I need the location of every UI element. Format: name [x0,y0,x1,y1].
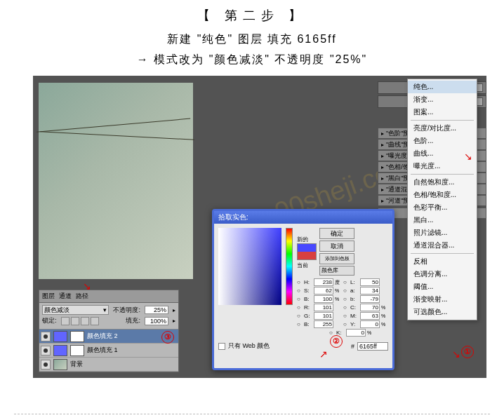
lock-position-icon[interactable] [81,317,89,325]
menu-item[interactable]: 色调分离... [408,268,477,280]
arrow-right-icon: ▸ [381,164,384,170]
panel-tab[interactable]: 图层 [42,292,55,301]
arrow-right-icon: ▸ [381,142,384,148]
menu-separator [411,174,474,175]
color-value-input[interactable]: 70 [360,304,380,311]
dialog-title: 拾取实色: [214,211,392,224]
color-value-input[interactable]: 62 [314,287,333,294]
color-value-input[interactable]: -79 [360,295,380,303]
web-only-checkbox[interactable] [218,343,225,350]
color-value-input[interactable]: 50 [360,278,380,286]
color-field[interactable] [218,228,281,305]
color-value-input[interactable]: 255 [314,320,333,328]
canvas-document[interactable] [39,83,193,279]
new-swatch-label: 新的 [297,236,317,243]
menu-item[interactable]: 可选颜色... [408,306,477,318]
layer-row[interactable]: 颜色填充 1 [39,344,178,358]
menu-item[interactable]: 阈值... [408,280,477,293]
menu-item[interactable]: 照片滤镜... [408,226,477,239]
panel-tab[interactable]: 通道 [59,292,72,301]
annotation-2: ② [330,335,343,348]
layer-mask-thumbnail[interactable] [70,331,84,342]
lock-transparency-icon[interactable] [61,317,69,325]
visibility-eye-icon[interactable] [41,360,51,370]
color-value-input[interactable]: 238 [314,278,333,286]
layers-panel-tabs: 图层通道路径 [39,290,178,303]
layer-name: 颜色填充 1 [87,346,118,355]
panel-tab[interactable]: 路径 [76,292,88,301]
menu-item[interactable]: 亮度/对比度... [408,122,477,135]
web-only-label: 只有 Web 颜色 [228,341,270,351]
color-picker-dialog: 拾取实色: 新的 当前 确定 取消 添加到色板 颜色库 [212,209,394,370]
color-value-input[interactable]: 100 [314,295,333,303]
cancel-button[interactable]: 取消 [319,241,354,252]
menu-item[interactable]: 渐变... [408,93,477,106]
menu-item[interactable]: 通道混合器... [408,239,477,252]
lock-pixels-icon[interactable] [71,317,79,325]
layer-mask-thumbnail[interactable] [70,345,84,356]
visibility-eye-icon[interactable] [41,346,51,355]
annotation-1: ① [461,346,474,358]
step-title: 【 第二步 】 [0,7,504,24]
color-value-input[interactable]: 0 [360,320,380,328]
layers-panel: 图层通道路径 颜色减淡▾ 不透明度: 25%▸ 锁定: 填充: 100%▸ [39,290,179,372]
arrow-right-icon: ▸ [381,153,384,159]
menu-item[interactable]: 色相/饱和度... [408,189,477,201]
hex-input[interactable]: 6165ff [357,342,388,351]
chevron-down-icon: ▸ [173,307,175,313]
color-value-input[interactable]: 0 [346,329,366,337]
layer-thumbnail[interactable] [53,345,67,356]
layer-thumbnail[interactable] [53,331,67,342]
menu-separator [411,120,474,121]
hex-label: # [351,343,354,350]
menu-item[interactable]: 纯色... [408,81,477,93]
menu-item[interactable]: 渐变映射... [408,293,477,306]
menu-item[interactable]: 黑白... [408,214,477,226]
add-swatch-button[interactable]: 添加到色板 [319,253,354,264]
fill-label: 填充: [126,316,140,325]
color-swatch [297,243,317,260]
lock-label: 锁定: [42,316,57,325]
menu-item[interactable]: 图案... [408,106,477,118]
visibility-eye-icon[interactable] [41,332,51,341]
arrow-right-icon: ▸ [381,187,384,193]
wire-graphic [37,131,194,195]
ok-button[interactable]: 确定 [319,228,354,239]
instruction-line-1: 新建 "纯色" 图层 填充 6165ff [0,29,504,50]
arrow-right-icon: ▸ [381,130,384,137]
annotation-3: ③ [161,331,174,344]
opacity-input[interactable]: 25% [145,306,168,314]
color-library-select[interactable]: 颜色库 [319,266,354,276]
red-arrow-icon: ↗ [319,348,328,360]
layer-name: 颜色填充 2 [87,332,118,341]
fill-input[interactable]: 100% [145,317,168,325]
adjustment-layer-menu: 纯色...渐变...图案...亮度/对比度...色阶...曲线...曝光度...… [407,79,477,320]
menu-item[interactable]: 反相 [408,255,477,268]
lock-all-icon[interactable] [91,317,99,325]
red-arrow-icon: ↘ [464,151,472,162]
opacity-label: 不透明度: [113,306,140,315]
layer-name: 背景 [70,360,83,369]
divider [14,414,490,414]
color-value-input[interactable]: 63 [360,312,380,320]
arrow-right-icon: ▸ [381,175,384,182]
menu-item[interactable]: 色阶... [408,135,477,147]
red-arrow-icon: ↘ [83,280,91,292]
menu-separator [411,253,474,254]
layer-row[interactable]: 背景 [39,358,178,372]
blend-mode-select[interactable]: 颜色减淡▾ [42,305,109,315]
menu-item[interactable]: 自然饱和度... [408,176,477,189]
menu-item[interactable]: 色彩平衡... [408,201,477,214]
chevron-down-icon: ▾ [103,306,107,313]
color-value-input[interactable]: 34 [360,287,380,294]
current-swatch-label: 当前 [297,262,317,269]
layer-row[interactable]: 颜色填充 2 [39,330,178,344]
layer-thumbnail[interactable] [53,359,67,370]
hue-slider[interactable] [286,228,293,305]
color-value-input[interactable]: 101 [314,312,333,320]
color-value-input[interactable]: 101 [314,304,333,311]
arrow-right-icon: ▸ [381,198,384,204]
instruction-line-2: → 模式改为 "颜色减淡" 不透明度 "25%" [0,50,504,70]
red-arrow-icon: ↘ [452,348,460,360]
chevron-down-icon: ▸ [173,318,175,324]
